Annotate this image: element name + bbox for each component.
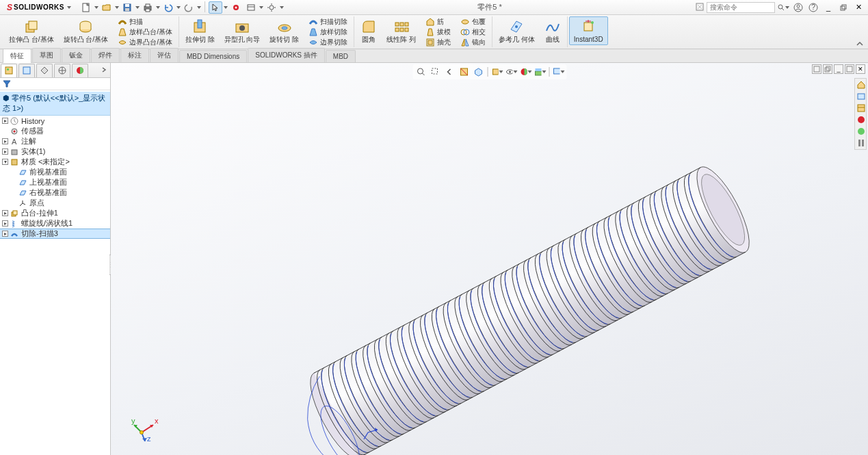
hide-show-button[interactable] bbox=[504, 66, 518, 78]
expand-icon[interactable]: ▸ bbox=[2, 148, 8, 155]
intersect-button[interactable]: 相交 bbox=[457, 27, 489, 37]
qat-settings[interactable] bbox=[265, 1, 278, 14]
revolve-boss-button[interactable]: 旋转凸 台/基体 bbox=[59, 16, 114, 45]
hole-wizard-button[interactable]: 异型孔 向导 bbox=[220, 16, 265, 45]
search-dropdown[interactable] bbox=[776, 1, 790, 14]
help-icon[interactable]: ? bbox=[806, 1, 820, 14]
taskpane-design-library[interactable] bbox=[856, 103, 867, 114]
apply-scene-button[interactable] bbox=[533, 66, 547, 78]
zoom-fit-button[interactable] bbox=[414, 66, 428, 78]
tab-sketch[interactable]: 草图 bbox=[32, 48, 61, 62]
tab-features[interactable]: 特征 bbox=[3, 49, 31, 63]
vp-maximize-icon[interactable] bbox=[845, 64, 854, 74]
qat-save[interactable] bbox=[120, 1, 134, 14]
taskpane-file-explorer[interactable] bbox=[856, 114, 867, 125]
panel-tab-dimxpert[interactable] bbox=[54, 64, 70, 77]
mirror-button[interactable]: 镜向 bbox=[457, 37, 489, 47]
qat-save-drop[interactable] bbox=[135, 1, 140, 14]
qat-new[interactable] bbox=[79, 1, 93, 14]
revolve-cut-button[interactable]: 旋转切 除 bbox=[265, 16, 304, 45]
expand-icon[interactable]: ▾ bbox=[2, 159, 8, 165]
expand-icon[interactable]: ▸ bbox=[2, 210, 8, 216]
taskpane-home[interactable] bbox=[856, 79, 867, 90]
qat-open-drop[interactable] bbox=[115, 1, 119, 14]
qat-select-drop[interactable] bbox=[224, 1, 228, 14]
tree-cut-sweep3[interactable]: ▸切除-扫描3 bbox=[0, 229, 110, 239]
display-style-button[interactable] bbox=[490, 66, 503, 78]
filter-icon[interactable] bbox=[3, 79, 11, 89]
extrude-cut-button[interactable]: 拉伸切 除 bbox=[181, 16, 220, 45]
tab-mbd[interactable]: MBD bbox=[326, 50, 356, 62]
qat-select[interactable] bbox=[209, 1, 222, 14]
qat-print[interactable] bbox=[141, 1, 155, 14]
zoom-area-button[interactable] bbox=[428, 66, 442, 78]
draft-button[interactable]: 拔模 bbox=[422, 27, 454, 37]
expand-icon[interactable]: ▸ bbox=[2, 138, 8, 144]
previous-view-button[interactable] bbox=[443, 66, 456, 78]
search-command-input[interactable] bbox=[707, 2, 775, 13]
qat-rebuild[interactable] bbox=[229, 1, 243, 14]
user-account-icon[interactable] bbox=[791, 1, 805, 14]
vp-restore-icon[interactable] bbox=[823, 64, 832, 74]
vp-close-icon[interactable]: ✕ bbox=[856, 64, 865, 74]
tree-boss-extrude1[interactable]: ▸凸台-拉伸1 bbox=[0, 208, 110, 218]
panel-tab-display-manager[interactable] bbox=[72, 64, 88, 77]
panel-tab-more[interactable] bbox=[101, 66, 107, 75]
wrap-button[interactable]: 包覆 bbox=[457, 16, 489, 27]
tree-top-plane[interactable]: 上视基准面 bbox=[0, 177, 110, 187]
qat-print-drop[interactable] bbox=[156, 1, 160, 14]
tab-sheet-metal[interactable]: 钣金 bbox=[62, 48, 90, 62]
boundary-cut-button[interactable]: 边界切除 bbox=[305, 37, 351, 47]
tree-root[interactable]: ⬢零件5 (默认<<默认>_显示状态 1>) bbox=[0, 92, 110, 116]
view-settings-button[interactable] bbox=[551, 66, 565, 78]
tab-evaluate[interactable]: 评估 bbox=[150, 48, 179, 62]
qat-redo[interactable] bbox=[182, 1, 196, 14]
view-triad[interactable]: x y z bbox=[131, 415, 159, 443]
view-orientation-button[interactable] bbox=[471, 66, 485, 78]
qat-undo[interactable] bbox=[161, 1, 175, 14]
ribbon-collapse-button[interactable] bbox=[856, 40, 864, 49]
taskpane-appearances[interactable] bbox=[856, 138, 867, 148]
vp-orientation-icon[interactable] bbox=[812, 64, 821, 74]
extrude-boss-button[interactable]: 拉伸凸 台/基体 bbox=[4, 16, 59, 45]
tree-helix1[interactable]: ▸螺旋线/涡状线1 bbox=[0, 218, 110, 229]
expand-icon[interactable]: ▸ bbox=[2, 220, 8, 226]
loft-cut-button[interactable]: 放样切除 bbox=[305, 27, 351, 37]
qat-options[interactable] bbox=[244, 1, 258, 14]
graphics-viewport[interactable]: _ ✕ bbox=[111, 63, 868, 455]
edit-appearance-button[interactable] bbox=[518, 66, 532, 78]
shell-button[interactable]: 抽壳 bbox=[422, 37, 454, 47]
expand-icon[interactable]: ▸ bbox=[2, 231, 8, 237]
section-view-button[interactable] bbox=[457, 66, 471, 78]
qat-redo-drop[interactable] bbox=[197, 1, 201, 14]
curves-button[interactable]: 曲线 bbox=[540, 16, 566, 45]
panel-tab-config-manager[interactable] bbox=[36, 64, 53, 77]
minimize-button[interactable]: _ bbox=[821, 1, 835, 14]
ref-geom-button[interactable]: 参考几 何体 bbox=[494, 16, 540, 45]
tree-front-plane[interactable]: 前视基准面 bbox=[0, 167, 110, 177]
tree-annotations[interactable]: ▸A注解 bbox=[0, 136, 110, 146]
taskpane-view-palette[interactable] bbox=[856, 126, 867, 137]
tree-right-plane[interactable]: 右视基准面 bbox=[0, 187, 110, 198]
expand-icon[interactable]: ▸ bbox=[2, 118, 8, 124]
tree-solid-bodies[interactable]: ▸实体(1) bbox=[0, 146, 110, 157]
sweep-button[interactable]: 扫描 bbox=[114, 16, 176, 27]
tab-weldments[interactable]: 焊件 bbox=[91, 48, 120, 62]
close-button[interactable]: ✕ bbox=[852, 1, 865, 14]
tree-origin[interactable]: 原点 bbox=[0, 198, 110, 208]
tree-sensors[interactable]: 传感器 bbox=[0, 126, 110, 136]
panel-tab-feature-tree[interactable] bbox=[1, 64, 17, 77]
rib-button[interactable]: 筋 bbox=[422, 16, 454, 27]
restore-button[interactable] bbox=[837, 1, 850, 14]
app-logo[interactable]: S SOLIDWORKS bbox=[3, 3, 75, 12]
tree-history[interactable]: ▸History bbox=[0, 116, 110, 126]
tab-mbd-dimensions[interactable]: MBD Dimensions bbox=[179, 50, 247, 62]
qat-undo-drop[interactable] bbox=[176, 1, 181, 14]
qat-options-drop[interactable] bbox=[259, 1, 263, 14]
qat-open[interactable] bbox=[100, 1, 114, 14]
tab-annotate[interactable]: 标注 bbox=[120, 48, 149, 62]
instant3d-button[interactable]: Instant3D bbox=[569, 16, 608, 45]
vp-minimize-icon[interactable]: _ bbox=[834, 64, 843, 74]
qat-new-drop[interactable] bbox=[94, 1, 98, 14]
loft-boss-button[interactable]: 放样凸台/基体 bbox=[114, 27, 176, 37]
